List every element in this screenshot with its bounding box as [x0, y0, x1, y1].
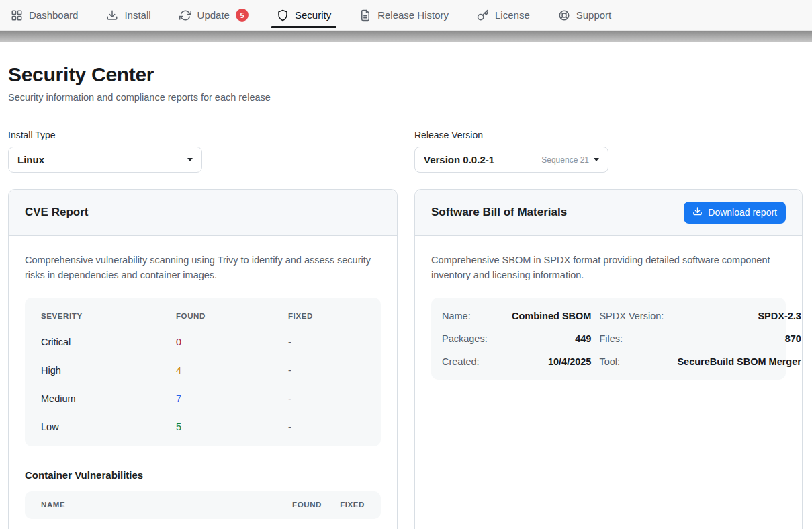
nav-label: Update: [197, 9, 230, 21]
info-label: Tool:: [599, 350, 669, 373]
info-label: Name:: [442, 304, 504, 327]
info-label: Packages:: [442, 327, 504, 350]
col-severity: SEVERITY: [41, 312, 176, 320]
install-type-label: Install Type: [8, 130, 398, 140]
table-row: Low 5 -: [25, 413, 381, 441]
nav-label: License: [495, 9, 530, 21]
fixed-count: -: [288, 421, 365, 432]
found-count: 7: [176, 393, 288, 404]
severity-name: High: [41, 365, 176, 376]
sbom-card-title: Software Bill of Materials: [431, 206, 567, 219]
info-value: 870: [677, 327, 801, 350]
table-row: High 4 -: [25, 356, 381, 384]
info-value: SecureBuild SBOM Merger: [677, 350, 801, 373]
nav-label: Support: [576, 9, 612, 21]
document-icon: [359, 9, 371, 22]
sbom-info-grid: Name: Combined SBOM SPDX Version: SPDX-2…: [431, 298, 786, 380]
nav-item-update[interactable]: Update 5: [179, 0, 249, 30]
window-separator-strip: [0, 31, 812, 42]
filters-row: Install Type Linux Release Version Versi…: [8, 130, 803, 173]
table-row: Medium 7 -: [25, 384, 381, 413]
fixed-count: -: [288, 365, 365, 376]
top-navigation: Dashboard Install Update 5 Security Rele…: [0, 0, 812, 31]
found-count: 5: [176, 421, 288, 432]
info-value: Combined SBOM: [512, 304, 591, 327]
nav-item-license[interactable]: License: [477, 0, 530, 30]
install-type-field: Install Type Linux: [8, 130, 398, 173]
release-version-value: Version 0.0.2-1: [424, 154, 541, 165]
download-icon: [692, 206, 703, 218]
severity-table-header: SEVERITY FOUND FIXED: [25, 302, 381, 328]
update-count-badge: 5: [236, 9, 249, 22]
severity-table: SEVERITY FOUND FIXED Critical 0 - High 4…: [25, 298, 381, 446]
fixed-count: -: [288, 393, 365, 404]
sbom-card: Software Bill of Materials Download repo…: [414, 189, 803, 529]
info-label: SPDX Version:: [599, 304, 669, 327]
severity-name: Low: [41, 421, 176, 432]
nav-item-security[interactable]: Security: [277, 0, 331, 30]
download-icon: [106, 9, 118, 22]
download-report-button[interactable]: Download report: [684, 202, 786, 224]
found-count: 0: [176, 337, 288, 348]
table-row: Critical 0 -: [25, 328, 381, 356]
container-table-header: NAME FOUND FIXED: [25, 491, 381, 519]
nav-item-install[interactable]: Install: [106, 0, 150, 30]
severity-name: Medium: [41, 393, 176, 404]
release-version-label: Release Version: [414, 130, 803, 140]
col-name: NAME: [41, 501, 264, 509]
release-sequence-text: Sequence 21: [541, 155, 589, 165]
info-value: 10/4/2025: [512, 350, 591, 373]
page-subtitle: Security information and compliance repo…: [8, 92, 803, 103]
nav-item-release-history[interactable]: Release History: [359, 0, 449, 30]
nav-label: Dashboard: [29, 9, 78, 21]
col-fixed: FIXED: [322, 501, 365, 509]
install-type-value: Linux: [17, 154, 187, 165]
nav-label: Security: [295, 9, 331, 21]
nav-label: Release History: [377, 9, 449, 21]
refresh-icon: [179, 9, 191, 22]
cve-description: Comprehensive vulnerability scanning usi…: [25, 253, 381, 283]
info-label: Created:: [442, 350, 504, 373]
release-version-select[interactable]: Version 0.0.2-1 Sequence 21: [414, 147, 608, 173]
col-fixed: FIXED: [288, 312, 365, 320]
nav-item-support[interactable]: Support: [558, 0, 612, 30]
fixed-count: -: [288, 337, 365, 348]
nav-item-dashboard[interactable]: Dashboard: [11, 0, 78, 30]
key-icon: [477, 9, 489, 22]
severity-name: Critical: [41, 337, 176, 348]
shield-icon: [277, 9, 289, 22]
info-label: Files:: [599, 327, 669, 350]
dashboard-grid-icon: [11, 9, 23, 22]
chevron-down-icon: [187, 158, 193, 161]
sbom-description: Comprehensive SBOM in SPDX format provid…: [431, 253, 786, 283]
install-type-select[interactable]: Linux: [8, 147, 202, 173]
col-found: FOUND: [264, 501, 322, 509]
cve-card-body: Comprehensive vulnerability scanning usi…: [9, 236, 397, 529]
lifebuoy-icon: [558, 9, 570, 22]
nav-label: Install: [124, 9, 150, 21]
container-vulnerabilities-heading: Container Vulnerabilities: [25, 469, 381, 481]
sbom-card-header: Software Bill of Materials Download repo…: [415, 190, 802, 236]
download-report-label: Download report: [708, 207, 777, 218]
found-count: 4: [176, 365, 288, 376]
info-value: 449: [512, 327, 591, 350]
cve-card-header: CVE Report: [9, 190, 397, 236]
info-value: SPDX-2.3: [677, 304, 801, 327]
release-version-field: Release Version Version 0.0.2-1 Sequence…: [414, 130, 803, 173]
page-title: Security Center: [8, 63, 803, 86]
cve-report-card: CVE Report Comprehensive vulnerability s…: [8, 189, 398, 529]
sbom-card-body: Comprehensive SBOM in SPDX format provid…: [415, 236, 802, 397]
cve-card-title: CVE Report: [25, 206, 88, 219]
col-found: FOUND: [176, 312, 288, 320]
chevron-down-icon: [594, 158, 599, 161]
